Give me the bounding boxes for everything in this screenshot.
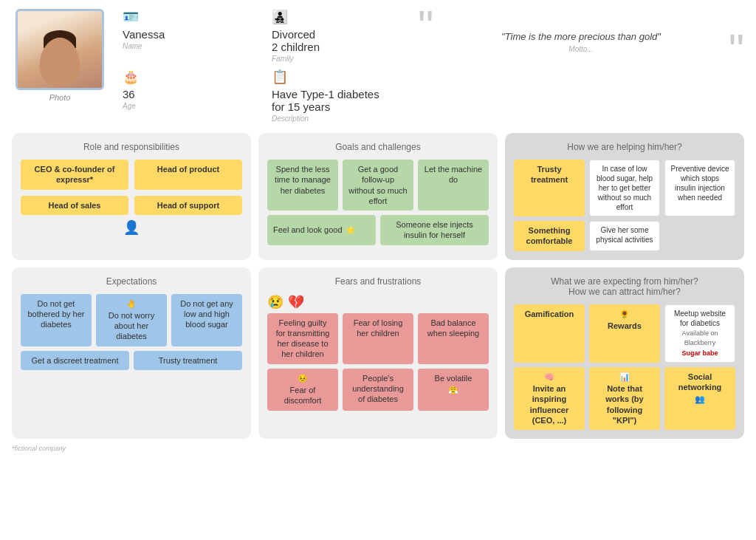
age-label: Age <box>123 102 254 110</box>
hand-icon: 🤚 <box>126 298 137 309</box>
attract-4: 🧠 Invite an inspiring influencer (CEO, .… <box>514 367 585 430</box>
expect-5: Trusty treatment <box>134 351 242 370</box>
availableOn-label: Available on Blackberry <box>682 329 718 347</box>
goal-5: Someone else injects insulin for herself <box>380 215 489 245</box>
description-icon: 📋 <box>272 69 403 85</box>
attracting-card: What we are expecting from him/her?How w… <box>505 267 744 440</box>
main-grid: Role and responsibilities CEO & co-found… <box>12 133 744 439</box>
helping-card: How we are helping him/her? Trusty treat… <box>505 133 744 260</box>
roles-grid: CEO & co-founder of expressr* Head of pr… <box>21 160 242 215</box>
photo-label: Photo <box>12 93 108 102</box>
family-icon: 👨‍👧‍👦 <box>272 9 403 25</box>
goal-2: Get a good follow-up without so much eff… <box>343 160 413 211</box>
quote-open-icon: " <box>418 9 433 44</box>
role-head-sales: Head of sales <box>21 196 128 215</box>
person-icon: 👤 <box>123 219 140 236</box>
photo-frame <box>16 9 104 90</box>
influencer-icon: 🧠 <box>544 372 554 382</box>
fears-title: Fears and frustrations <box>267 276 489 287</box>
fear-6: Be volatile 😤 <box>418 369 489 411</box>
fear-5: People's understanding of diabetes <box>343 369 413 411</box>
name-value: Vanessa <box>123 28 254 41</box>
help-2: In case of low blood sugar, help her to … <box>589 160 660 216</box>
photo-box: Photo <box>12 9 108 102</box>
fears-row2: 😣 Fear of discomfort People's understand… <box>267 369 489 411</box>
kpi-icon: 📊 <box>619 372 630 382</box>
role-ceo: CEO & co-founder of expressr* <box>21 160 128 190</box>
expectations-title: Expectations <box>21 276 242 287</box>
quote-close-icon: " <box>729 33 744 68</box>
star-icon: ⭐ <box>346 225 356 235</box>
roles-title: Role and responsibilities <box>21 142 242 152</box>
expectations-row2: Get a discreet treatment Trusty treatmen… <box>21 351 242 370</box>
attracting-row2: 🧠 Invite an inspiring influencer (CEO, .… <box>514 367 735 430</box>
motto-label: Motto... <box>430 45 732 53</box>
profile-photo <box>18 10 102 89</box>
help-4: Something comfortable <box>514 221 585 251</box>
attracting-row1: Gamification 🌻 Rewards Meetup website fo… <box>514 304 735 363</box>
goal-3: Let the machine do <box>418 160 489 211</box>
help-3: Preventive device which stops insulin in… <box>664 160 735 216</box>
role-head-support: Head of support <box>134 196 242 215</box>
header-section: Photo 🪪 Vanessa Name 👨‍👧‍👦 Divorced2 chi… <box>12 9 744 123</box>
goal-1: Spend the less time to manage her diabet… <box>267 160 338 211</box>
help-1: Trusty treatment <box>514 160 585 216</box>
attract-5: 📊 Note that works (by following "KPI") <box>589 367 660 430</box>
attract-2: 🌻 Rewards <box>589 304 660 363</box>
expect-1: Do not get bothered by her diabetes <box>21 294 92 346</box>
description-value: Have Type-1 diabetesfor 15 years <box>272 88 403 113</box>
attract-3: Meetup website for diabetics Available o… <box>664 304 735 363</box>
name-label: Name <box>123 42 254 50</box>
name-item: 🪪 Vanessa Name <box>123 9 254 63</box>
goals-row2: Feel and look good ⭐ Someone else inject… <box>267 215 489 245</box>
help-5: Give her some physical activities <box>589 221 660 251</box>
attracting-title: What we are expecting from him/her?How w… <box>514 276 735 297</box>
helping-layout: Trusty treatment In case of low blood su… <box>514 160 735 251</box>
page: Photo 🪪 Vanessa Name 👨‍👧‍👦 Divorced2 chi… <box>0 0 756 540</box>
motto-section: " "Time is the more precious than gold" … <box>418 9 744 61</box>
description-label: Description <box>272 115 403 123</box>
expectations-card: Expectations Do not get bothered by her … <box>12 267 251 440</box>
age-icon: 🎂 <box>123 69 254 85</box>
footnote: *fictional company <box>12 445 744 452</box>
goals-title: Goals and challenges <box>267 142 489 152</box>
attract-1: Gamification <box>514 304 585 363</box>
goals-card: Goals and challenges Spend the less time… <box>258 133 498 260</box>
age-item: 🎂 36 Age <box>123 69 254 123</box>
attract-6: Social networking 👥 <box>664 367 735 430</box>
goal-4: Feel and look good ⭐ <box>267 215 376 245</box>
fear-2: Fear of losing her children <box>343 313 413 364</box>
volatile-icon: 😤 <box>448 385 458 395</box>
expect-4: Get a discreet treatment <box>21 351 129 370</box>
family-item: 👨‍👧‍👦 Divorced2 children Family <box>272 9 403 63</box>
sugarbabe-label: Sugar babe <box>681 349 718 357</box>
goals-row1: Spend the less time to manage her diabet… <box>267 160 489 211</box>
fears-row1: Feeling guilty for transmitting her dise… <box>267 313 489 364</box>
networking-icon: 👥 <box>695 394 705 404</box>
family-value: Divorced2 children <box>272 28 403 53</box>
info-grid: 🪪 Vanessa Name 👨‍👧‍👦 Divorced2 children … <box>123 9 403 123</box>
helping-title: How we are helping him/her? <box>514 142 735 152</box>
fear-4: 😣 Fear of discomfort <box>267 369 338 411</box>
fears-icon-row: 😢 💔 <box>267 294 489 310</box>
description-item: 📋 Have Type-1 diabetesfor 15 years Descr… <box>272 69 403 123</box>
roles-icon-area: 👤 <box>21 219 242 236</box>
fears-card: Fears and frustrations 😢 💔 Feeling guilt… <box>258 267 498 440</box>
person-cry-icon: 😢 <box>267 294 284 310</box>
family-label: Family <box>272 55 403 63</box>
expect-3: Do not get any low and high blood sugar <box>171 294 242 346</box>
discomfort-icon: 😣 <box>298 373 308 383</box>
fear-3: Bad balance when sleeping <box>418 313 489 364</box>
id-icon: 🪪 <box>123 9 254 25</box>
motto-text: "Time is the more precious than gold" <box>430 31 732 42</box>
broken-heart-icon: 💔 <box>288 294 304 310</box>
fear-1: Feeling guilty for transmitting her dise… <box>267 313 338 364</box>
expect-2: 🤚 Do not worry about her diabetes <box>96 294 167 346</box>
age-value: 36 <box>123 88 254 100</box>
sunflower-icon: 🌻 <box>619 309 630 319</box>
roles-card: Role and responsibilities CEO & co-found… <box>12 133 251 260</box>
expectations-row1: Do not get bothered by her diabetes 🤚 Do… <box>21 294 242 346</box>
role-head-product: Head of product <box>134 160 242 190</box>
